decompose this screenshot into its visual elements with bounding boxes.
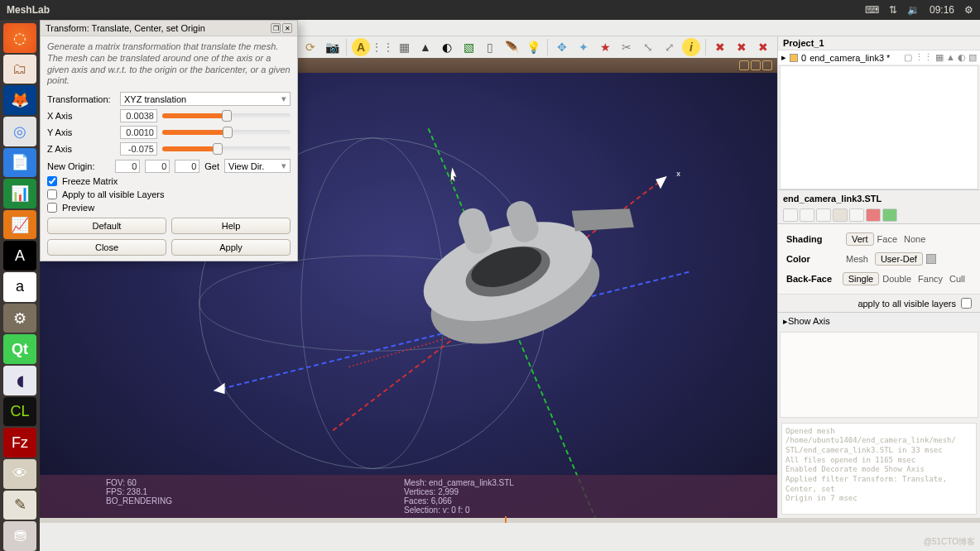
visible-icon[interactable]: [790, 54, 798, 62]
expand-icon[interactable]: ▸: [781, 52, 786, 63]
filezilla-icon[interactable]: Fz: [3, 428, 36, 458]
minimize-icon[interactable]: [739, 60, 749, 70]
dialog-dock-icon[interactable]: ❐: [271, 23, 281, 33]
settings-icon[interactable]: ⚙: [3, 304, 36, 333]
origin-y[interactable]: [145, 160, 170, 173]
select-vert-icon[interactable]: ✦: [574, 38, 593, 56]
dialog-desc: Generate a matrix transformation that tr…: [47, 41, 291, 87]
bf-double[interactable]: Double: [882, 274, 911, 284]
wire-icon[interactable]: ▦: [395, 38, 413, 56]
amazon-icon[interactable]: a: [3, 272, 36, 302]
select-face-icon[interactable]: ✥: [553, 38, 571, 56]
x-input[interactable]: [120, 109, 157, 122]
menu-spacer: [298, 20, 980, 36]
snapshot-icon[interactable]: 📷: [323, 38, 341, 56]
close-viewport-icon[interactable]: [762, 60, 772, 70]
tab-6[interactable]: [866, 208, 881, 222]
del-vert-icon[interactable]: ✖: [711, 38, 729, 56]
qt-icon[interactable]: Qt: [3, 334, 36, 364]
measure-icon[interactable]: ✂: [617, 38, 636, 56]
ubuntu-launcher: ◌ 🗂 🦊 ◎ 📄 📊 📈 A a ⚙ Qt ◖ CL Fz 👁 ✎ ⛃: [0, 20, 40, 551]
gear-icon[interactable]: ⚙: [964, 4, 973, 16]
y-input[interactable]: [120, 126, 157, 139]
clock[interactable]: 09:16: [930, 4, 954, 16]
x-slider[interactable]: [162, 113, 291, 118]
origin-x[interactable]: [115, 160, 140, 173]
applyall-checkbox[interactable]: Apply to all visible Layers: [47, 189, 291, 199]
z-slider[interactable]: [162, 146, 291, 151]
tab-2[interactable]: [800, 208, 814, 222]
shading-none[interactable]: None: [904, 234, 925, 244]
smooth-icon[interactable]: ◐: [438, 38, 456, 56]
shading-vert-button[interactable]: Vert: [846, 232, 874, 246]
eclipse-icon[interactable]: ◖: [3, 366, 36, 395]
layer-opts-icon[interactable]: ▢ ⋮⋮ ▦ ▲ ◐ ▧: [904, 52, 977, 63]
help-button[interactable]: Help: [171, 218, 291, 234]
origin-label: New Origin:: [47, 161, 110, 171]
impress-icon[interactable]: 📈: [3, 210, 36, 240]
maximize-icon[interactable]: [751, 60, 761, 70]
firefox-icon[interactable]: 🦊: [3, 85, 36, 115]
bbox-icon[interactable]: ▯: [481, 38, 499, 56]
progress-bar: [40, 518, 980, 523]
shading-label: Shading: [786, 234, 846, 244]
writer-icon[interactable]: 📄: [3, 148, 36, 178]
files-icon[interactable]: 🗂: [3, 55, 36, 84]
chromium-icon[interactable]: ◎: [3, 117, 36, 146]
tab-3[interactable]: [816, 208, 831, 222]
disk-icon[interactable]: ⛃: [3, 521, 36, 551]
info-icon[interactable]: i: [682, 38, 700, 56]
tab-5[interactable]: [849, 208, 864, 222]
transform-icon[interactable]: ⤢: [661, 38, 679, 56]
align-icon[interactable]: ⤡: [639, 38, 657, 56]
close-button[interactable]: Close: [47, 239, 166, 256]
bf-fancy[interactable]: Fancy: [918, 274, 943, 284]
default-button[interactable]: Default: [47, 218, 166, 234]
tab-1[interactable]: [783, 208, 798, 222]
editor-icon[interactable]: ✎: [3, 491, 36, 520]
select-conn-icon[interactable]: ★: [596, 38, 614, 56]
ubuntu-dash-icon[interactable]: ◌: [3, 23, 36, 53]
tab-4[interactable]: [833, 208, 848, 222]
preview-checkbox[interactable]: Preview: [47, 203, 291, 213]
svg-text:x: x: [676, 169, 680, 178]
transf-select[interactable]: XYZ translation▾: [120, 92, 291, 106]
status-left: FOV: 60 FPS: 238.1 BO_RENDERING: [106, 478, 172, 515]
a-icon[interactable]: A: [352, 38, 370, 56]
tab-7[interactable]: [882, 208, 897, 222]
bf-single-button[interactable]: Single: [843, 272, 880, 285]
keyboard-icon[interactable]: ⌨: [865, 4, 879, 16]
calc-icon[interactable]: 📊: [3, 179, 36, 208]
paint-icon[interactable]: 🪶: [502, 38, 521, 56]
apply-button[interactable]: Apply: [171, 239, 291, 256]
color-mesh[interactable]: Mesh: [846, 254, 868, 264]
show-axis-toggle[interactable]: ▸Show Axis: [778, 312, 980, 330]
del-face-icon[interactable]: ✖: [733, 38, 751, 56]
z-input[interactable]: [120, 142, 157, 156]
reload-icon[interactable]: ⟳: [301, 38, 319, 56]
software-icon[interactable]: A: [3, 241, 36, 271]
dialog-titlebar[interactable]: Transform: Translate, Center, set Origin…: [41, 21, 297, 36]
points-icon[interactable]: ⋮⋮: [373, 38, 392, 56]
shading-face[interactable]: Face: [877, 234, 897, 244]
del-facevert-icon[interactable]: ✖: [754, 38, 772, 56]
clion-icon[interactable]: CL: [3, 397, 36, 427]
flat-icon[interactable]: ▲: [416, 38, 435, 56]
bf-cull[interactable]: Cull: [949, 274, 965, 284]
apply-all-label: apply to all visible layers: [858, 299, 956, 309]
network-icon[interactable]: ⇅: [889, 4, 897, 16]
get-select[interactable]: View Dir.▾: [224, 159, 291, 173]
eye-icon[interactable]: 👁: [3, 459, 36, 489]
texture-icon[interactable]: ▧: [459, 38, 478, 56]
y-slider[interactable]: [162, 130, 291, 135]
dialog-close-icon[interactable]: ✕: [282, 23, 292, 33]
svg-marker-4: [214, 383, 224, 394]
light-icon[interactable]: 💡: [524, 38, 542, 56]
color-swatch[interactable]: [926, 254, 936, 264]
apply-all-checkbox[interactable]: [961, 298, 972, 309]
layer-row[interactable]: ▸ 0 end_camera_link3 * ▢ ⋮⋮ ▦ ▲ ◐ ▧: [778, 50, 980, 65]
sound-icon[interactable]: 🔉: [907, 4, 920, 16]
color-userdef-button[interactable]: User-Def: [875, 252, 923, 266]
freeze-checkbox[interactable]: Freeze Matrix: [47, 176, 291, 186]
origin-z[interactable]: [175, 160, 199, 173]
